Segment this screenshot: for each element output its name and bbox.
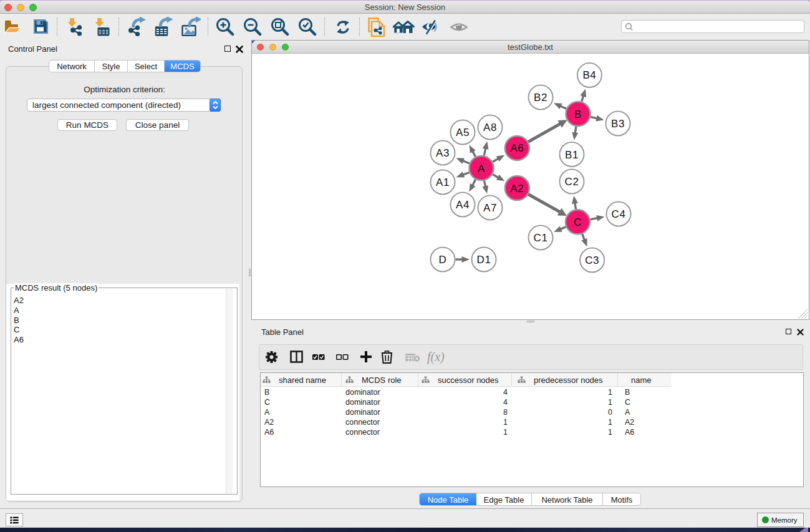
svg-text:D1: D1 (477, 254, 491, 266)
svg-text:C: C (574, 216, 582, 228)
svg-text:C2: C2 (565, 176, 579, 188)
svg-text:C3: C3 (585, 254, 599, 266)
svg-text:C1: C1 (534, 232, 548, 244)
svg-text:B3: B3 (611, 118, 625, 130)
svg-text:C4: C4 (612, 208, 626, 220)
svg-text:A3: A3 (436, 147, 450, 159)
svg-text:A4: A4 (456, 199, 470, 211)
svg-text:A1: A1 (436, 177, 450, 188)
svg-text:B4: B4 (582, 69, 596, 81)
svg-text:B1: B1 (565, 149, 579, 161)
svg-text:A8: A8 (483, 122, 497, 133)
svg-text:A: A (478, 163, 485, 175)
svg-text:A6: A6 (510, 142, 524, 154)
svg-text:D: D (439, 254, 447, 266)
svg-text:B: B (574, 109, 582, 120)
svg-text:A5: A5 (456, 127, 470, 138)
svg-text:B2: B2 (534, 92, 547, 104)
svg-text:A7: A7 (483, 202, 497, 214)
svg-text:A2: A2 (510, 183, 524, 195)
